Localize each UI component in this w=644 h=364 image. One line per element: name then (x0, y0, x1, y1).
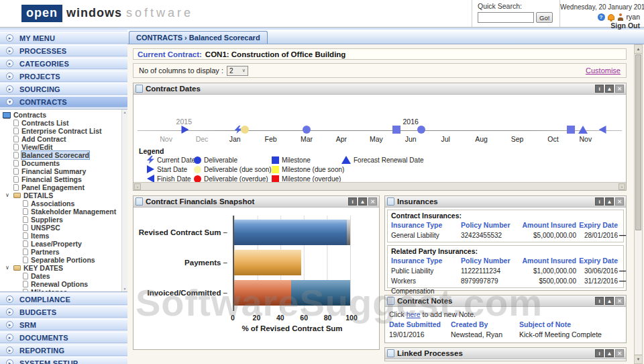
cell: 8979997879 (461, 276, 520, 296)
panel-info-button[interactable]: i (348, 197, 357, 206)
tree-item-suppliers[interactable]: Suppliers (3, 216, 121, 224)
tree-item-dates[interactable]: Dates (3, 272, 121, 280)
tree-item-items[interactable]: Items (3, 232, 121, 240)
scroll-left-icon[interactable] (134, 183, 141, 190)
tree-item-label: Financial Settings (21, 175, 82, 183)
tree-item-contracts[interactable]: Contracts (3, 111, 121, 119)
tree-item-separable-portions[interactable]: Separable Portions (3, 256, 121, 264)
tree-item-documents[interactable]: Documents (3, 159, 121, 167)
sidebar-item-system-setup[interactable]: SYSTEM SETUP (0, 357, 127, 364)
insurance-row[interactable]: Public Liability11222111234$1,000,000.00… (388, 266, 623, 276)
deliverable-marker-icon (303, 126, 311, 134)
tree-scroll-down-icon[interactable] (123, 286, 127, 291)
deliverable-marker (417, 126, 425, 135)
tree-item-panel-engagement[interactable]: Panel Engagement (3, 183, 121, 191)
tree-item-partners[interactable]: Partners (3, 248, 121, 256)
sign-out-link[interactable]: Sign Out (560, 21, 640, 30)
panel-collapse-button[interactable]: ▲ (605, 349, 614, 357)
tree-item-renewal-options[interactable]: Renewal Options (3, 280, 121, 288)
customise-link[interactable]: Customise (586, 66, 621, 75)
sidebar-item-sourcing[interactable]: SOURCING (0, 83, 127, 95)
sidebar-item-projects[interactable]: PROJECTS (0, 71, 127, 82)
note-row[interactable]: 19/01/2016Newstead, RyanKick-off Meeting… (389, 330, 622, 340)
chart-x-tick: 60 (300, 314, 308, 322)
panel-close-button[interactable]: ✕ (615, 297, 624, 305)
panel-collapse-button[interactable]: ▲ (605, 85, 614, 93)
tree-item-key-dates[interactable]: KEY DATES (3, 264, 121, 272)
tree-item-lease-property[interactable]: Lease/Property (3, 240, 121, 248)
tree-item-balanced-scorecard[interactable]: Balanced Scorecard (3, 151, 121, 159)
tree-item-view-edit[interactable]: View/Edit (3, 143, 121, 151)
legend-item-label: Deliverable (due soon) (204, 166, 272, 173)
sidebar-item-compliance[interactable]: COMPLIANCE (0, 293, 127, 305)
insurance-row[interactable]: General Liability32423455532$5,000,000.0… (388, 230, 623, 240)
insurances-body: Contract Insurances:Insurance TypePolicy… (385, 208, 626, 290)
quick-search-go-button[interactable]: Go! (536, 12, 553, 23)
main-scrollbar[interactable] (634, 44, 643, 364)
minus-icon[interactable]: — (618, 276, 626, 296)
help-icon[interactable] (598, 13, 605, 21)
scrollbar-track[interactable] (635, 54, 642, 355)
minus-icon[interactable]: — (618, 266, 626, 276)
panel-close-button[interactable]: ✕ (615, 349, 624, 357)
tree-item-financial-settings[interactable]: Financial Settings (3, 175, 121, 183)
panel-close-button[interactable]: ✕ (368, 197, 377, 206)
scroll-right-icon[interactable] (619, 183, 625, 190)
columns-select[interactable]: 2 (227, 66, 248, 76)
legend-row: Start DateDeliverable (due soon)Mileston… (139, 165, 626, 174)
tree-item-add-contract[interactable]: Add Contract (3, 135, 121, 143)
page-icon (13, 176, 19, 183)
tree-item-unspsc[interactable]: UNSPSC (3, 224, 121, 232)
chevron-circle-icon (6, 359, 13, 364)
tree-item-stakeholder-management[interactable]: Stakeholder Management (3, 208, 121, 216)
panel-collapse-button[interactable]: ▲ (605, 197, 614, 206)
square-icon (272, 166, 279, 173)
milestone-marker (567, 126, 575, 135)
circle-icon (194, 156, 201, 164)
columns-select-value: 2 (229, 67, 233, 75)
panel-close-button[interactable]: ✕ (615, 197, 624, 206)
quick-search-label: Quick Search: (478, 2, 554, 10)
cell: General Liability (391, 230, 461, 240)
panel-info-button[interactable]: i (595, 349, 604, 357)
sidebar-item-reporting[interactable]: REPORTING (0, 345, 127, 356)
quick-search-input[interactable] (478, 12, 534, 23)
tree-item-associations[interactable]: Associations (3, 199, 121, 208)
current-contract-value: CON1: Construction of Office Building (205, 50, 346, 58)
tree-item-enterprise-contract-list[interactable]: Enterprise Contract List (3, 127, 121, 135)
tree-item-label: Milestones (31, 288, 67, 292)
sidebar-item-contracts[interactable]: CONTRACTS (0, 96, 127, 107)
scroll-down-icon[interactable] (635, 355, 642, 363)
tab-balanced-scorecard[interactable]: CONTRACTS › Balanced Scorecard (129, 31, 268, 44)
scrollbar-thumb[interactable] (635, 54, 641, 230)
tree-item-details[interactable]: DETAILS (3, 191, 121, 199)
minus-icon[interactable]: — (618, 230, 626, 240)
sidebar-item-processes[interactable]: PROCESSES (0, 45, 127, 56)
panel-collapse-button[interactable]: ▲ (605, 297, 614, 305)
tree-item-contracts-list[interactable]: Contracts List (3, 119, 121, 127)
sidebar-item-my-menu[interactable]: MY MENU (0, 32, 127, 44)
user-icon[interactable] (617, 13, 624, 21)
add-note-link[interactable]: here (407, 310, 421, 318)
tree-scrollbar[interactable] (121, 109, 127, 291)
tree-scroll-up-icon[interactable] (123, 109, 127, 115)
insurance-row[interactable]: Workers Compensation8979997879$500,000.0… (388, 276, 623, 286)
finish-date-marker-icon (599, 126, 606, 134)
sidebar-item-srm[interactable]: SRM (0, 319, 127, 330)
sidebar-item-categories[interactable]: CATEGORIES (0, 58, 127, 69)
panel-close-button[interactable]: ✕ (615, 85, 624, 93)
tree-item-financial-summary[interactable]: Financial Summary (3, 167, 121, 175)
scroll-up-icon[interactable] (635, 45, 642, 54)
column-header: Insurance Type (391, 220, 461, 230)
timeline-scrollbar[interactable] (133, 182, 626, 190)
sidebar-item-budgets[interactable]: BUDGETS (0, 306, 127, 318)
sidebar-item-documents[interactable]: DOCUMENTS (0, 332, 127, 343)
alerts-bell-icon[interactable] (608, 14, 614, 20)
tree-item-milestones[interactable]: Milestones (3, 288, 121, 292)
cell: Kick-off Meeting Complete (519, 330, 622, 340)
legend-item-label: Milestone (due soon) (282, 166, 344, 173)
panel-info-button[interactable]: i (595, 197, 604, 206)
panel-info-button[interactable]: i (595, 297, 604, 305)
panel-info-button[interactable]: i (595, 85, 604, 93)
panel-collapse-button[interactable]: ▲ (358, 197, 367, 206)
